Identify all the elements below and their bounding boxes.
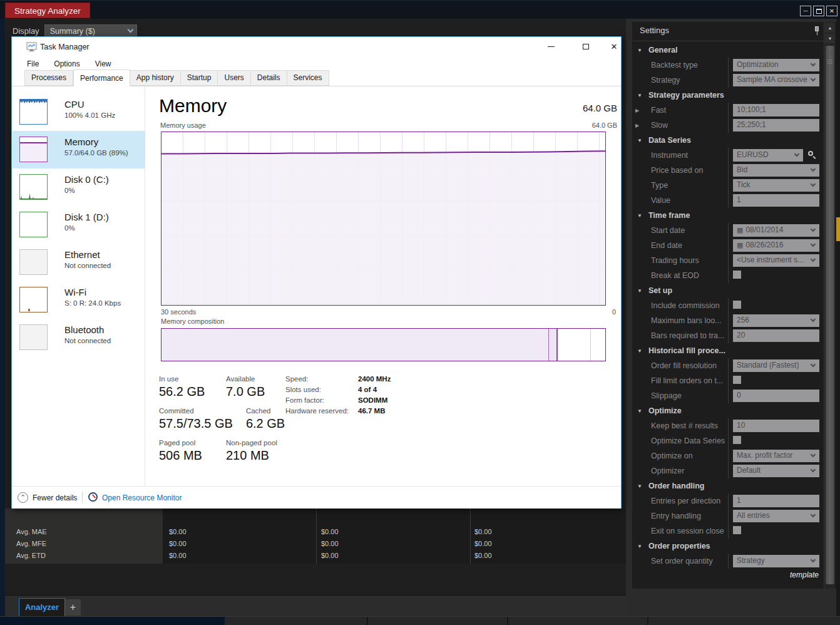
control-zone: 1 [728, 493, 824, 509]
tab-services[interactable]: Services [287, 70, 329, 86]
tab-users[interactable]: Users [218, 70, 250, 86]
input-slow[interactable]: 25;250;1 [733, 119, 819, 132]
composition-segment-standby[interactable] [558, 329, 591, 361]
dropdown-instrument[interactable]: EURUSD [733, 149, 803, 162]
input-keep-best-results[interactable]: 10 [733, 420, 819, 432]
input-slippage[interactable]: 0 [733, 390, 819, 402]
settings-group-data-series[interactable]: ▼Data Series [632, 133, 824, 148]
dropdown-maximum-bars-loo[interactable]: 256 [733, 314, 819, 327]
scrollbar-thumb[interactable] [826, 46, 834, 584]
row-value: $0.00 [321, 540, 339, 547]
stat-value: 56.2 GB [159, 385, 213, 399]
sidebar-item-disk-1-d[interactable]: Disk 1 (D:)0% [13, 206, 145, 244]
control-zone: Strategy [728, 554, 824, 569]
settings-group-general[interactable]: ▼General [632, 43, 824, 58]
minimize-button[interactable]: ─ [800, 6, 811, 16]
sidebar-item-ethernet[interactable]: EthernetNot connected [13, 244, 145, 281]
composition-segment-free[interactable] [591, 329, 605, 361]
add-tab-button[interactable]: + [65, 599, 81, 616]
menu-file[interactable]: File [27, 59, 39, 68]
collapse-icon: ▼ [637, 213, 642, 219]
chevron-up-circle-icon[interactable]: ⌃ [18, 492, 28, 503]
settings-group-strategy-parameters[interactable]: ▼Strategy parameters [632, 88, 824, 103]
tm-sidebar: CPU100% 4.01 GHzMemory57.0/64.0 GB (89%)… [13, 86, 145, 486]
settings-scrollbar[interactable]: ▲ ▼ [824, 22, 835, 589]
input-value[interactable]: 1 [733, 194, 819, 207]
sidebar-item-disk-0-c[interactable]: Disk 0 (C:)0% [13, 168, 145, 206]
memory-composition-bar[interactable] [161, 328, 606, 361]
fewer-details-button[interactable]: Fewer details [33, 493, 77, 502]
chevron-down-icon [811, 452, 816, 457]
checkbox-include-commission[interactable] [733, 301, 741, 309]
tm-close-button[interactable]: ✕ [603, 37, 625, 56]
input-bars-required-to-tra[interactable]: 20 [733, 329, 819, 342]
collapse-icon: ▼ [637, 138, 642, 143]
settings-group-historical-fill-proce[interactable]: ▼Historical fill proce... [632, 343, 824, 358]
scroll-down-button[interactable]: ▼ [825, 34, 835, 43]
menu-options[interactable]: Options [54, 59, 79, 68]
tm-titlebar[interactable]: Task Manager ✕ [12, 37, 621, 57]
maximize-button[interactable] [813, 6, 824, 16]
menu-view[interactable]: View [95, 59, 111, 68]
scroll-up-button[interactable]: ▲ [825, 23, 835, 33]
task-manager-icon [26, 42, 37, 54]
sidebar-item-detail: 57.0/64.0 GB (89%) [64, 149, 128, 157]
dropdown-order-fill-resolution[interactable]: Standard (Fastest) [733, 359, 819, 372]
sidebar-item-cpu[interactable]: CPU100% 4.01 GHz [13, 93, 145, 131]
composition-segment-modified[interactable] [549, 329, 558, 361]
checkbox-optimize-data-series[interactable] [733, 436, 741, 444]
checkbox-exit-on-session-close[interactable] [733, 526, 741, 534]
date-picker-start-date[interactable]: ▦08/01/2014 [733, 224, 819, 237]
tab-details[interactable]: Details [251, 70, 287, 86]
dropdown-optimizer[interactable]: Default [733, 465, 819, 477]
pin-icon[interactable] [814, 26, 820, 36]
close-icon: ✕ [611, 42, 618, 51]
settings-group-optimize[interactable]: ▼Optimize [632, 403, 824, 418]
settings-label: Start date [651, 226, 685, 235]
settings-group-set-up[interactable]: ▼Set up [632, 283, 824, 298]
memory-usage-chart[interactable] [161, 132, 606, 306]
sidebar-item-text: CPU100% 4.01 GHz [64, 99, 115, 119]
control-zone: ▦08/26/2016 [728, 238, 824, 253]
dropdown-optimize-on[interactable]: Max. profit factor [733, 450, 819, 462]
composition-segment-in-use[interactable] [161, 329, 549, 361]
tab-performance[interactable]: Performance [73, 70, 130, 86]
dropdown-trading-hours[interactable]: <Use instrument s... [733, 254, 819, 267]
tab-analyzer[interactable]: Analyzer [19, 598, 65, 617]
input-entries-per-direction[interactable]: 1 [733, 495, 819, 507]
sidebar-item-memory[interactable]: Memory57.0/64.0 GB (89%) [13, 131, 145, 168]
dropdown-backtest-type[interactable]: Optimization [733, 59, 819, 71]
input-fast[interactable]: 10;100;1 [733, 104, 819, 116]
dropdown-entry-handling[interactable]: All entries [733, 510, 819, 522]
settings-row-set-order-quantity: Set order quantityStrategy [632, 554, 824, 569]
tab-processes[interactable]: Processes [24, 70, 73, 86]
settings-group-order-handling[interactable]: ▼Order handling [632, 478, 824, 493]
dropdown-type[interactable]: Tick [733, 179, 819, 192]
app-title-tab[interactable]: Strategy Analyzer [5, 3, 90, 18]
tm-maximize-button[interactable] [575, 37, 597, 56]
close-button[interactable]: ✕ [826, 6, 837, 16]
tab-app-history[interactable]: App history [130, 70, 181, 86]
sidebar-item-detail: 100% 4.01 GHz [64, 111, 115, 119]
sidebar-item-label: Memory [64, 137, 128, 147]
expand-icon[interactable]: ▶ [635, 123, 639, 128]
checkbox-break-at-eod[interactable] [733, 271, 741, 279]
display-dropdown[interactable]: Summary ($) [44, 24, 137, 38]
settings-group-order-properties[interactable]: ▼Order properties [632, 539, 824, 554]
sidebar-item-bluetooth[interactable]: BluetoothNot connected [13, 319, 145, 356]
tab-startup[interactable]: Startup [181, 70, 218, 86]
group-header-label: Optimize [648, 406, 682, 415]
chart-time-end: 0 [612, 308, 616, 316]
expand-icon[interactable]: ▶ [635, 108, 639, 113]
checkbox-fill-limit-orders-on-t[interactable] [733, 376, 741, 384]
settings-group-time-frame[interactable]: ▼Time frame [632, 208, 824, 223]
date-picker-end-date[interactable]: ▦08/26/2016 [733, 239, 819, 252]
tm-minimize-button[interactable] [540, 37, 561, 56]
search-icon[interactable] [807, 150, 816, 159]
dropdown-set-order-quantity[interactable]: Strategy [733, 555, 819, 567]
open-resource-monitor-link[interactable]: Open Resource Monitor [102, 493, 182, 502]
sidebar-item-wi-fi[interactable]: Wi-FiS: 0 R: 24.0 Kbps [13, 281, 145, 319]
dropdown-strategy[interactable]: Sample MA crossove [733, 74, 819, 86]
dropdown-price-based-on[interactable]: Bid [733, 164, 819, 177]
settings-label: Slippage [651, 391, 682, 400]
